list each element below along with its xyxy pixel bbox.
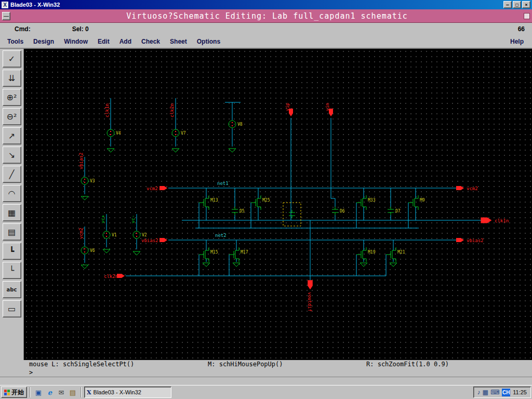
svg-text:D5: D5 bbox=[240, 209, 245, 214]
wire-thin-icon: └ bbox=[9, 267, 15, 275]
window-number: 66 bbox=[518, 25, 525, 33]
wire-wide-icon: ┗ bbox=[9, 247, 15, 256]
task-button-xwin32[interactable]: X Blade03 - X-Win32 bbox=[84, 387, 171, 398]
svg-text:V8: V8 bbox=[237, 122, 243, 127]
svg-text:vbias2: vbias2 bbox=[141, 238, 158, 243]
svg-text:M17: M17 bbox=[241, 250, 248, 255]
maximize-button[interactable]: □ bbox=[513, 1, 521, 8]
mouse-right-binding: R: schZoomFit(1.0 0.9) bbox=[366, 361, 449, 368]
mouse-left-binding: mouse L: schSingleSelectPt() bbox=[29, 361, 134, 368]
virtuoso-title: Virtuoso?Schematic Editing: Lab full_cap… bbox=[10, 11, 524, 21]
zoom-in-2x-icon: ⊕² bbox=[7, 94, 17, 102]
xwin32-app-icon: X bbox=[2, 2, 8, 8]
svg-text:vbias2: vbias2 bbox=[78, 152, 84, 169]
svg-text:vcm2: vcm2 bbox=[467, 186, 478, 191]
mouse-middle-binding: M: schHiMousePopUp() bbox=[208, 361, 283, 368]
svg-text:V2: V2 bbox=[142, 233, 147, 237]
instance-button[interactable]: ▦ bbox=[3, 204, 21, 221]
selection-count: Sel: 0 bbox=[72, 25, 89, 33]
instance-icon: ▦ bbox=[8, 209, 16, 217]
svg-text:vip: vip bbox=[285, 103, 290, 111]
main-area: ✓⇊⊕²⊖²↗↘╱◠▦▤┗└abc▭ M13M25M33M9M15M17M19M… bbox=[0, 49, 532, 360]
virtuoso-titlebar: — Virtuoso?Schematic Editing: Lab full_c… bbox=[0, 9, 532, 23]
show-desktop-icon[interactable]: ▣ bbox=[33, 387, 44, 397]
zoom-out-2x-icon: ⊖² bbox=[7, 113, 17, 121]
zoom-in-2x-button[interactable]: ⊕² bbox=[3, 89, 21, 106]
svg-text:clk2n: clk2n bbox=[104, 274, 118, 279]
taskbar-separator bbox=[81, 387, 82, 397]
menu-options[interactable]: Options bbox=[197, 38, 220, 45]
line-button[interactable]: ╱ bbox=[3, 166, 21, 183]
svg-text:net1: net1 bbox=[217, 181, 229, 186]
svg-text:vc-: vc- bbox=[130, 215, 136, 223]
app-corner-button[interactable] bbox=[524, 13, 530, 19]
menu-help[interactable]: Help bbox=[510, 38, 524, 45]
menu-edit[interactable]: Edit bbox=[98, 38, 110, 45]
menu-window[interactable]: Window bbox=[64, 38, 88, 45]
close-button[interactable]: × bbox=[522, 1, 530, 8]
clock: 11:25 bbox=[513, 389, 527, 395]
menu-check[interactable]: Check bbox=[141, 38, 160, 45]
internet-explorer-icon[interactable]: e bbox=[45, 387, 55, 397]
language-indicator[interactable]: CH bbox=[502, 389, 510, 396]
line-icon: ╱ bbox=[9, 170, 15, 179]
svg-text:V7: V7 bbox=[181, 131, 186, 136]
svg-text:clk1n: clk1n bbox=[495, 218, 509, 223]
svg-text:V6: V6 bbox=[90, 248, 95, 253]
schematic-canvas[interactable]: M13M25M33M9M15M17M19M21V4V7V8V3V6V1V2D5D… bbox=[24, 49, 532, 360]
move-button[interactable]: ↘ bbox=[3, 147, 21, 164]
svg-text:D7: D7 bbox=[395, 209, 401, 214]
svg-text:M15: M15 bbox=[210, 250, 218, 255]
arc-icon: ◠ bbox=[8, 190, 16, 198]
label-button[interactable]: abc bbox=[3, 281, 21, 298]
command-status-row: Cmd: Sel: 0 66 bbox=[0, 23, 532, 35]
window-filler bbox=[0, 377, 532, 385]
pin-icon: ▭ bbox=[8, 305, 16, 313]
start-button[interactable]: 开始 bbox=[1, 387, 27, 398]
wire-thin-button[interactable]: └ bbox=[3, 262, 21, 279]
check-save-button[interactable]: ✓ bbox=[3, 50, 21, 68]
xwin32-task-icon: X bbox=[87, 389, 91, 396]
minimize-button[interactable]: — bbox=[503, 1, 512, 8]
display-tray-icon[interactable]: ▦ bbox=[483, 389, 488, 396]
menu-sheet[interactable]: Sheet bbox=[170, 38, 187, 45]
svg-text:vc+: vc+ bbox=[100, 215, 105, 223]
menu-design[interactable]: Design bbox=[33, 38, 54, 45]
svg-text:M13: M13 bbox=[210, 198, 218, 203]
app-minimize-button[interactable]: — bbox=[2, 12, 10, 20]
copy-button[interactable]: ▤ bbox=[3, 223, 21, 241]
svg-text:M33: M33 bbox=[368, 198, 376, 203]
svg-text:M21: M21 bbox=[397, 250, 405, 255]
mouse-bindings-bar: mouse L: schSingleSelectPt() M: schHiMou… bbox=[0, 360, 532, 368]
desktop: X Blade03 - X-Win32 — □ × — Virtuoso?Sch… bbox=[0, 0, 532, 399]
svg-text:D6: D6 bbox=[340, 209, 345, 214]
svg-text:vbias2: vbias2 bbox=[467, 238, 484, 243]
stretch-button[interactable]: ↗ bbox=[3, 127, 21, 144]
copy-icon: ▤ bbox=[8, 228, 16, 236]
prompt-bar: > bbox=[0, 368, 532, 377]
descend-button[interactable]: ⇊ bbox=[3, 70, 21, 87]
zoom-out-2x-button[interactable]: ⊖² bbox=[3, 108, 21, 125]
svg-text:voutdif: voutdif bbox=[307, 292, 312, 312]
svg-text:M25: M25 bbox=[262, 198, 270, 203]
cmd-label: Cmd: bbox=[15, 25, 31, 33]
arc-button[interactable]: ◠ bbox=[3, 185, 21, 202]
wire-wide-button[interactable]: ┗ bbox=[3, 243, 21, 260]
menu-bar: ToolsDesignWindowEditAddCheckSheetOption… bbox=[0, 35, 532, 49]
media-icon[interactable]: ▤ bbox=[68, 387, 78, 397]
start-label: 开始 bbox=[11, 388, 24, 397]
task-button-label: Blade03 - X-Win32 bbox=[94, 389, 141, 395]
menu-tools[interactable]: Tools bbox=[7, 38, 23, 45]
svg-text:vcm2: vcm2 bbox=[147, 186, 158, 191]
svg-text:clk2n: clk2n bbox=[169, 103, 175, 117]
stretch-icon: ↗ bbox=[8, 132, 15, 140]
pin-button[interactable]: ▭ bbox=[3, 300, 21, 317]
descend-icon: ⇊ bbox=[8, 74, 15, 83]
volume-tray-icon[interactable]: ♪ bbox=[477, 389, 481, 396]
svg-text:V3: V3 bbox=[90, 179, 95, 183]
menu-add[interactable]: Add bbox=[119, 38, 131, 45]
keyboard-tray-icon[interactable]: ⌨ bbox=[490, 389, 499, 396]
mail-icon[interactable]: ✉ bbox=[56, 387, 66, 397]
system-tray: ♪▦⌨ CH 11:25 bbox=[473, 387, 531, 398]
svg-text:V1: V1 bbox=[112, 233, 117, 237]
